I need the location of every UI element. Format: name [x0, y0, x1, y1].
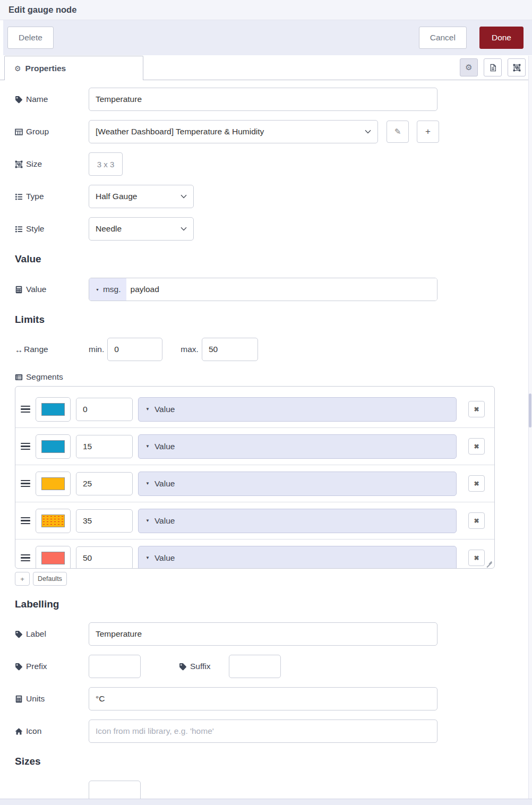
value-typed-input: ▼ msg. [89, 278, 437, 301]
name-label: Name [15, 95, 89, 104]
scrollbar-thumb[interactable] [529, 393, 531, 427]
segments-list: ▼ Value ✖ ▼ Value ✖ ▼ Value ✖ [15, 386, 495, 569]
tab-properties-label: Properties [25, 64, 66, 73]
range-min-input[interactable] [107, 338, 162, 361]
range-max-label: max. [181, 345, 199, 354]
segment-mode-label: Value [155, 516, 175, 526]
dialog-button-row: Delete Cancel Done [0, 20, 532, 55]
edit-gauge-node-dialog: Edit gauge node Delete Cancel Done ⚙ Pro… [0, 0, 532, 805]
size-row: Size 3 x 3 [15, 152, 524, 176]
remove-segment-button[interactable]: ✖ [468, 401, 485, 417]
done-button[interactable]: Done [479, 27, 524, 49]
prefix-suffix-row: Prefix Suffix [15, 655, 524, 678]
units-label: Units [15, 694, 89, 704]
tag-icon [179, 663, 187, 671]
segment-color-button[interactable] [36, 397, 71, 422]
value-section-heading: Value [15, 253, 524, 265]
label-input[interactable] [89, 622, 437, 646]
drag-handle-icon[interactable] [21, 517, 30, 525]
segment-mode-dropdown[interactable]: ▼ Value [138, 509, 457, 533]
range-max-input[interactable] [202, 338, 258, 361]
cancel-button[interactable]: Cancel [419, 27, 467, 49]
name-input[interactable] [89, 88, 437, 111]
remove-segment-button[interactable]: ✖ [468, 475, 485, 492]
value-property-input[interactable] [126, 278, 437, 301]
segments-label: Segments [15, 372, 89, 382]
resize-grip[interactable] [486, 560, 493, 567]
segment-color-button[interactable] [36, 472, 71, 496]
remove-segment-button[interactable]: ✖ [468, 438, 485, 455]
edit-group-button[interactable]: ✎ [387, 121, 409, 143]
size-button[interactable]: 3 x 3 [89, 152, 123, 176]
dialog-title-bar: Edit gauge node [0, 0, 532, 20]
remove-segment-button[interactable]: ✖ [468, 550, 485, 566]
icon-row: Icon [15, 720, 524, 743]
segment-color-swatch [41, 403, 65, 416]
segment-value-input[interactable] [76, 398, 133, 421]
drag-handle-icon[interactable] [21, 554, 30, 562]
units-input[interactable] [89, 687, 437, 710]
home-icon [15, 727, 23, 735]
dialog-footer-strip [0, 799, 532, 805]
caret-down-icon: ▼ [145, 518, 150, 523]
segment-value-input[interactable] [76, 509, 133, 533]
plus-icon: + [425, 126, 431, 137]
icon-input[interactable] [89, 720, 437, 743]
chevron-down-icon [365, 130, 371, 134]
segment-mode-dropdown[interactable]: ▼ Value [138, 546, 457, 569]
add-segment-button[interactable]: + [15, 572, 30, 586]
list-alt-icon [15, 373, 23, 381]
drag-handle-icon[interactable] [21, 443, 30, 450]
segment-row: ▼ Value ✖ [15, 502, 494, 539]
caret-down-icon: ▼ [145, 407, 150, 412]
suffix-input[interactable] [229, 655, 281, 678]
add-group-button[interactable]: + [417, 121, 439, 143]
segment-value-input[interactable] [76, 435, 133, 458]
segment-mode-label: Value [155, 442, 175, 451]
group-select[interactable]: [Weather Dashboard] Temperature & Humidi… [89, 120, 378, 143]
description-view-button[interactable] [484, 58, 502, 76]
appearance-view-button[interactable] [508, 58, 526, 76]
type-select[interactable]: Half Gauge [89, 185, 194, 208]
tag-icon [15, 630, 23, 638]
segment-mode-dropdown[interactable]: ▼ Value [138, 397, 457, 422]
segment-color-button[interactable] [36, 434, 71, 459]
segment-row: ▼ Value ✖ [15, 428, 494, 465]
group-row: Group [Weather Dashboard] Temperature & … [15, 120, 524, 143]
chevron-down-icon [181, 194, 187, 199]
suffix-label: Suffix [179, 662, 229, 671]
caret-down-icon: ▼ [145, 444, 150, 449]
segment-color-swatch [41, 515, 65, 527]
label-label: Label [15, 629, 89, 639]
segment-mode-dropdown[interactable]: ▼ Value [138, 472, 457, 496]
close-icon: ✖ [474, 517, 479, 525]
segment-value-input[interactable] [76, 472, 133, 495]
calculator-icon [15, 695, 23, 703]
properties-view-button[interactable]: ⚙ [460, 58, 478, 76]
properties-gear-icon: ⚙ [14, 64, 21, 73]
segment-mode-dropdown[interactable]: ▼ Value [138, 434, 457, 459]
scrollbar[interactable] [528, 56, 532, 799]
object-group-icon [15, 160, 23, 168]
drag-handle-icon[interactable] [21, 406, 30, 413]
labelling-section-heading: Labelling [15, 598, 524, 610]
value-type-dropdown[interactable]: ▼ msg. [89, 278, 126, 301]
segment-color-button[interactable] [36, 546, 71, 569]
label-row: Label [15, 622, 524, 646]
icon-label: Icon [15, 726, 89, 736]
group-label: Group [15, 127, 89, 136]
prefix-input[interactable] [89, 655, 141, 678]
drag-handle-icon[interactable] [21, 480, 30, 487]
style-select[interactable]: Needle [89, 217, 194, 241]
delete-button[interactable]: Delete [7, 27, 54, 49]
segment-color-swatch [41, 477, 65, 490]
tab-properties[interactable]: ⚙ Properties [4, 56, 143, 80]
segments-actions: + Defaults [15, 572, 524, 586]
range-min-label: min. [89, 345, 104, 354]
remove-segment-button[interactable]: ✖ [468, 512, 485, 529]
defaults-button[interactable]: Defaults [33, 572, 67, 586]
editor-toolbar: ⚙ [460, 58, 526, 76]
segment-value-input[interactable] [76, 546, 133, 569]
segment-color-button[interactable] [36, 509, 71, 533]
plus-icon: + [20, 575, 24, 583]
